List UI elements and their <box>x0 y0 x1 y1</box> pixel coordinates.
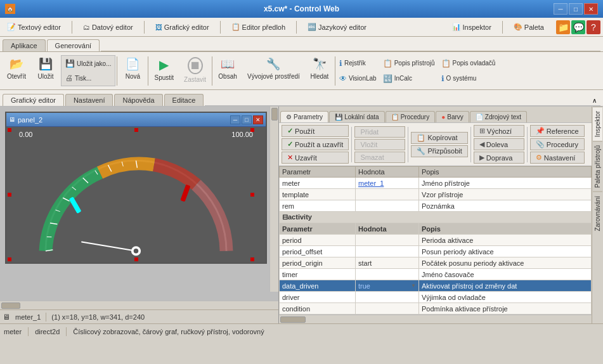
toolbar-extra-btn1[interactable]: 📁 <box>556 20 570 34</box>
handle-tm[interactable] <box>134 128 138 132</box>
procedury-ref-icon: 📎 <box>536 140 545 148</box>
save-button[interactable]: 💾 Uložit <box>32 55 60 87</box>
tab-aplikace[interactable]: Aplikace <box>3 39 46 51</box>
table-row[interactable]: period_originstartPočátek posunu periody… <box>280 257 592 269</box>
param-table-container: Parametr Hodnota Popis metermeter_1Jméno… <box>279 166 592 315</box>
stop-button[interactable]: ⏹ Zastavit <box>179 55 211 87</box>
table-row[interactable]: metermeter_1Jméno přístroje <box>280 178 592 189</box>
doprava-button[interactable]: ▶ Doprava <box>474 152 524 164</box>
table-row[interactable]: ⊟activity <box>280 212 592 223</box>
table-row[interactable]: conditionPodmínka aktivace přístroje <box>280 303 592 315</box>
devenv-button[interactable]: 🔧 Vývojové prostředí <box>243 55 304 87</box>
inner-minimize-button[interactable]: ─ <box>230 115 240 124</box>
graficky-editor-button[interactable]: 🖼 Grafický editor <box>151 22 214 33</box>
handle-tl[interactable] <box>8 128 11 132</box>
run-button[interactable]: ▶ Spustit <box>150 55 178 87</box>
maximize-button[interactable]: □ <box>569 3 583 15</box>
toolbar-extra-btn2[interactable]: 💬 <box>571 20 585 34</box>
new-button[interactable]: 📄 Nová <box>119 55 146 87</box>
inspektor-button[interactable]: 📊 Inspektor <box>448 21 496 33</box>
tab-procedury[interactable]: 📋 Procedury <box>386 111 436 122</box>
toolbar-extra-btn3[interactable]: ? <box>587 20 600 34</box>
table-row[interactable]: ParametrHodnotaPopis <box>280 223 592 235</box>
tab-zdrojovy-text[interactable]: 📄 Zdrojový text <box>470 111 527 122</box>
pouzit-uzavrit-button[interactable]: ✓ Použít a uzavřít <box>282 138 349 150</box>
jazykovy-editor-icon: 🔤 <box>308 23 316 31</box>
ref-buttons-group: 📌 Reference 📎 Procedury ⚙ Nastavení <box>530 125 585 164</box>
main-toolbar: 📝 Textový editor 🗂 Datový editor 🖼 Grafi… <box>0 18 603 37</box>
doleva-button[interactable]: ◀ Doleva <box>474 138 524 150</box>
tab-editace[interactable]: Editace <box>164 94 204 106</box>
handle-mr[interactable] <box>250 193 254 197</box>
table-row[interactable]: period_offsetPosun periody aktivace <box>280 246 592 257</box>
side-tab-paleta-pristroju[interactable]: Paleta přístrojů <box>593 141 602 192</box>
tab-generovani[interactable]: Generování <box>47 39 100 51</box>
table-row[interactable]: templateVzor přístroje <box>280 189 592 200</box>
canvas-status-icon: 🖥 <box>3 313 10 322</box>
datovy-editor-button[interactable]: 🗂 Datový editor <box>79 22 138 33</box>
save-as-button[interactable]: 💾 Uložit jako... <box>63 56 113 70</box>
table-row[interactable]: driverVýjimka od ovladače <box>280 292 592 303</box>
tab-nastaveni[interactable]: Nastavení <box>65 94 113 106</box>
procedury-ref-button[interactable]: 📎 Procedury <box>530 138 585 150</box>
vlozit-button[interactable]: Vložit <box>354 139 405 150</box>
collapse-button[interactable]: ∧ <box>588 96 600 106</box>
tab-graficky-editor[interactable]: Grafický editor <box>3 94 64 106</box>
table-row[interactable]: remPoznámka <box>280 200 592 212</box>
ctrlerdesc-button[interactable]: 📋 Popis ovladačů <box>439 56 498 70</box>
close-button[interactable]: ✕ <box>584 3 598 15</box>
vychozi-icon: ⊞ <box>479 127 485 135</box>
inner-maximize-button[interactable]: □ <box>242 115 252 124</box>
handle-tr[interactable] <box>250 128 254 132</box>
about-icon: ℹ <box>441 74 444 83</box>
tab-barvy[interactable]: ● Barvy <box>436 111 469 122</box>
reference-button[interactable]: 📌 Reference <box>530 125 585 137</box>
nastaveni-ref-button[interactable]: ⚙ Nastavení <box>530 152 585 164</box>
side-tab-zarovnavani[interactable]: Zarovnávání <box>593 192 602 235</box>
param-hscrollbar[interactable] <box>279 315 592 323</box>
prizpusobit-button[interactable]: 🔧 Přizpůsobit <box>411 145 467 157</box>
tab-napoveda[interactable]: Nápověda <box>114 94 162 106</box>
tab-parametry[interactable]: ⚙ Parametry <box>280 111 328 122</box>
registry-button[interactable]: ℹ Rejstřík <box>337 56 379 70</box>
pridat-button[interactable]: Přidat <box>354 126 405 138</box>
handle-ml[interactable] <box>8 193 11 197</box>
parametry-icon: ⚙ <box>286 114 292 120</box>
devicedesc-button[interactable]: 📋 Popis přístrojů <box>380 56 438 70</box>
content-button[interactable]: 📖 Obsah <box>214 55 242 87</box>
table-row[interactable]: data_driventrue▼Aktivovat přístroj od zm… <box>280 280 592 292</box>
paleta-button[interactable]: 🎨 Paleta <box>509 21 548 33</box>
edit-buttons-group: Přidat Vložit Smazat <box>354 126 405 163</box>
action-sep-3 <box>470 127 471 162</box>
side-tab-inspektor[interactable]: Inspektor <box>593 107 602 141</box>
inner-close-button[interactable]: ✕ <box>253 115 263 124</box>
left-vscrollbar[interactable] <box>269 107 278 292</box>
handle-bl[interactable] <box>8 257 11 261</box>
smazat-button[interactable]: Smazat <box>354 152 405 163</box>
pouzit-button[interactable]: ✓ Použít <box>282 125 349 137</box>
open-icon: 📂 <box>10 57 23 71</box>
handle-bm[interactable] <box>134 257 138 261</box>
kopirovat-button[interactable]: 📋 Kopírovat <box>411 132 467 144</box>
svg-line-21 <box>82 242 136 251</box>
incalc-button[interactable]: 🔣 InCalc <box>380 72 438 86</box>
uzavrit-button[interactable]: ✕ Uzavřít <box>282 152 349 164</box>
tab-lokalni-data[interactable]: 💾 Lokální data <box>329 111 385 122</box>
table-row[interactable]: periodPerioda aktivace <box>280 235 592 246</box>
about-button[interactable]: ℹ O systému <box>439 72 498 86</box>
textovy-editor-button[interactable]: 📝 Textový editor <box>3 21 65 33</box>
run-icon: ▶ <box>159 57 169 72</box>
registry-icon: ℹ <box>339 59 342 68</box>
print-button[interactable]: 🖨 Tisk... <box>63 71 113 85</box>
status-sep-2 <box>66 327 67 336</box>
canvas-hscrollbar[interactable] <box>0 301 278 309</box>
open-button[interactable]: 📂 Otevřít <box>3 55 30 87</box>
handle-br[interactable] <box>250 257 254 261</box>
table-row[interactable]: timerJméno časovače <box>280 269 592 280</box>
search-button[interactable]: 🔭 Hledat <box>306 55 334 87</box>
jazykovy-editor-button[interactable]: 🔤 Jazykový editor <box>303 21 371 33</box>
visionlab-button[interactable]: 👁 VisionLab <box>337 72 379 86</box>
vychozi-button[interactable]: ⊞ Výchozí <box>474 125 524 137</box>
editor-predloh-button[interactable]: 📋 Editor předloh <box>227 21 290 33</box>
minimize-button[interactable]: ─ <box>554 3 567 15</box>
